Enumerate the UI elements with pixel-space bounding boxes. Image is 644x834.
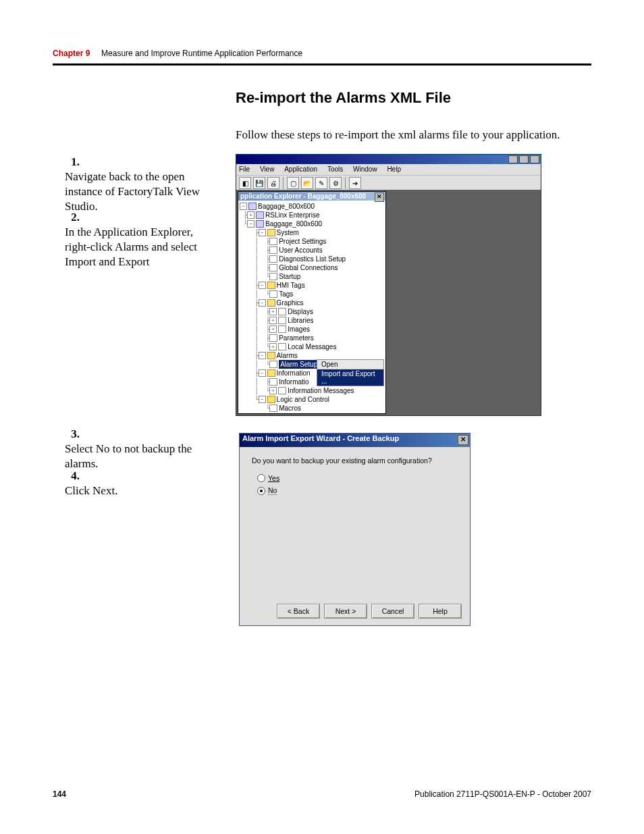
tree-item[interactable]: System — [277, 228, 299, 237]
menu-bar: File View Application Tools Window Help — [236, 164, 541, 176]
alarm-icon — [269, 361, 277, 368]
tree-item[interactable]: Local Messages — [288, 342, 336, 351]
expand-icon[interactable]: + — [269, 343, 277, 350]
tree-item[interactable]: Information — [277, 369, 311, 377]
intro-text: Follow these steps to re-import the xml … — [236, 128, 591, 142]
explorer-title: pplication Explorer - Baggage_800x600 ✕ — [238, 192, 385, 201]
cancel-button[interactable]: Cancel — [371, 604, 414, 619]
radio-unchecked-icon[interactable] — [257, 474, 265, 482]
collapse-icon[interactable]: − — [259, 396, 266, 403]
tree-item[interactable]: Project Settings — [279, 237, 326, 246]
new-icon[interactable]: ▢ — [287, 177, 299, 189]
menu-window[interactable]: Window — [353, 164, 377, 175]
minimize-icon[interactable] — [508, 155, 518, 163]
close-icon[interactable] — [530, 155, 539, 163]
tree-item-alarms[interactable]: Alarms — [277, 351, 298, 360]
rslinx-icon — [256, 211, 264, 219]
app-icon — [248, 203, 257, 210]
header-rule — [53, 63, 591, 66]
tree-item[interactable]: Images — [288, 325, 310, 334]
tree-item[interactable]: Global Connections — [279, 263, 338, 272]
step-3: 3. Select No to not backup the alarms. — [65, 427, 223, 471]
tree-item[interactable]: Startup — [279, 272, 300, 281]
collapse-icon[interactable]: − — [247, 220, 254, 228]
next-button[interactable]: Next > — [324, 604, 367, 619]
wizard-dialog: Alarm Import Export Wizard - Create Back… — [239, 433, 471, 626]
expand-icon[interactable]: + — [247, 211, 254, 219]
tree-item[interactable]: Libraries — [288, 316, 313, 325]
tree-item[interactable]: Tags — [279, 290, 293, 298]
chapter-label: Chapter 9 — [53, 49, 90, 58]
tree-item[interactable]: Informatio — [279, 377, 308, 386]
toolbar-icon[interactable]: ➔ — [349, 177, 361, 189]
expand-icon[interactable]: + — [269, 308, 277, 315]
tree-item[interactable]: Parameters — [279, 334, 314, 342]
tree-item[interactable]: RSLinx Enterprise — [265, 211, 320, 219]
image-icon — [278, 325, 286, 333]
save-icon[interactable]: 💾 — [253, 177, 265, 189]
titlebar — [236, 155, 541, 164]
page-header: Chapter 9 Measure and Improve Runtime Ap… — [53, 49, 591, 66]
info-icon — [269, 378, 277, 386]
tree-item[interactable]: Baggage_800x600 — [265, 219, 322, 228]
step-text: Navigate back to the open instance of Fa… — [65, 170, 203, 214]
help-button[interactable]: Help — [419, 604, 462, 619]
tree-item[interactable]: Logic and Control — [277, 395, 329, 404]
collapse-icon[interactable]: − — [240, 203, 247, 210]
chapter-title: Measure and Improve Runtime Application … — [101, 49, 302, 58]
collapse-icon[interactable]: − — [259, 369, 266, 377]
dialog-title: Alarm Import Export Wizard - Create Back… — [242, 434, 399, 442]
print-icon[interactable]: 🖨 — [267, 177, 279, 189]
back-button[interactable]: < Back — [277, 604, 320, 619]
gear-icon — [269, 264, 277, 271]
display-icon — [278, 308, 286, 315]
expand-icon[interactable]: + — [269, 387, 277, 394]
folder-icon — [267, 299, 275, 307]
tree-item[interactable]: Macros — [279, 404, 301, 413]
expand-icon[interactable]: + — [269, 317, 277, 324]
radio-label: Yes — [268, 474, 279, 482]
radio-no[interactable]: No — [257, 486, 458, 495]
tree-item-alarm-setup-selected[interactable]: Alarm Setup — [279, 360, 319, 369]
flag-icon — [269, 273, 277, 280]
toolbar-icon[interactable]: ◧ — [239, 177, 251, 189]
close-icon[interactable]: ✕ — [375, 192, 384, 202]
tree-item[interactable]: Graphics — [277, 298, 304, 307]
menu-view[interactable]: View — [260, 164, 275, 175]
collapse-icon[interactable]: − — [259, 229, 266, 236]
tree-item[interactable]: Information Messages — [288, 386, 354, 395]
collapse-icon[interactable]: − — [259, 352, 266, 359]
menu-file[interactable]: File — [239, 164, 250, 175]
clock-icon — [269, 255, 277, 263]
open-icon[interactable]: 📂 — [301, 177, 313, 189]
expand-icon[interactable]: + — [269, 325, 277, 333]
separator — [283, 177, 284, 189]
msg-icon — [278, 343, 286, 350]
separator — [345, 177, 346, 189]
radio-yes[interactable]: Yes — [257, 474, 458, 482]
toolbar-icon[interactable]: ✎ — [315, 177, 327, 189]
tree-item[interactable]: Displays — [288, 307, 313, 316]
toolbar-icon[interactable]: ⚙ — [329, 177, 342, 189]
menu-import-export[interactable]: Import and Export ... — [317, 369, 383, 386]
step-text: In the Application Explorer, right-click… — [65, 225, 203, 269]
tree-item[interactable]: HMI Tags — [277, 281, 305, 290]
tree-item[interactable]: User Accounts — [279, 246, 322, 255]
menu-open[interactable]: Open — [317, 360, 383, 369]
prompt-text: Do you want to backup your existing alar… — [252, 457, 458, 465]
folder-icon — [267, 396, 275, 403]
maximize-icon[interactable] — [519, 155, 529, 163]
folder-icon — [267, 369, 275, 377]
menu-tools[interactable]: Tools — [327, 164, 343, 175]
tree-item[interactable]: Diagnostics List Setup — [279, 255, 346, 263]
step-4: 4. Click Next. — [65, 469, 223, 498]
factorytalk-screenshot: File View Application Tools Window Help … — [236, 154, 541, 416]
radio-label: No — [268, 486, 277, 495]
collapse-icon[interactable]: − — [259, 282, 266, 289]
menu-application[interactable]: Application — [284, 164, 317, 175]
menu-help[interactable]: Help — [387, 164, 401, 175]
radio-checked-icon[interactable] — [257, 487, 265, 495]
close-icon[interactable]: ✕ — [458, 435, 468, 445]
collapse-icon[interactable]: − — [259, 299, 266, 307]
tree-item[interactable]: Baggage_800x600 — [258, 202, 315, 211]
